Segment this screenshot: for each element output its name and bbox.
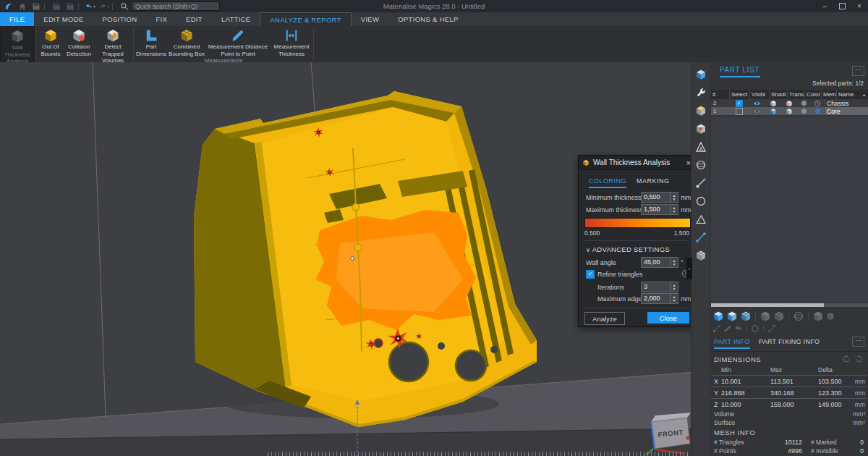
measurement-thickness-button[interactable]: Measurement Thickness <box>271 26 312 57</box>
mesh-info-cube-icon[interactable] <box>695 250 707 261</box>
scrollbar-thumb[interactable] <box>711 303 824 307</box>
minimize-button[interactable]: – <box>816 0 833 12</box>
advanced-settings-header[interactable]: ∨ ADVANCED SETTINGS <box>586 245 670 253</box>
menu-analyze-report[interactable]: ANALYZE & REPORT <box>260 12 351 26</box>
tab-coloring[interactable]: COLORING <box>589 177 626 188</box>
home-icon[interactable] <box>17 1 27 11</box>
menu-fix[interactable]: FIX <box>146 12 176 26</box>
import-icon[interactable] <box>51 1 61 11</box>
select-checkbox-unchecked[interactable] <box>736 108 743 115</box>
refresh-icon[interactable] <box>842 355 851 363</box>
quick-search-input[interactable] <box>132 1 220 11</box>
divider <box>133 28 134 61</box>
disabled-tool-icon[interactable] <box>712 324 721 333</box>
dialog-title-bar[interactable]: Wall Thickness Analysis × <box>579 156 695 170</box>
tab-marking[interactable]: MARKING <box>637 177 670 185</box>
spinner-arrows[interactable]: ▲▼ <box>670 294 678 303</box>
divider <box>711 387 867 387</box>
spinner-arrows[interactable]: ▲▼ <box>670 193 678 202</box>
menu-edit-mode[interactable]: EDIT MODE <box>34 12 93 26</box>
measure-circle-icon[interactable] <box>695 195 707 207</box>
combined-bounding-box-button[interactable]: Combined Bounding Box <box>168 26 205 57</box>
tab-part-fixing-info[interactable]: PART FIXING INFO <box>759 338 820 345</box>
color-dot-icon[interactable] <box>796 107 811 115</box>
transparency-cube-icon[interactable] <box>781 99 796 107</box>
menu-edit[interactable]: EDIT <box>176 12 212 26</box>
export-icon[interactable] <box>65 1 75 11</box>
detect-trapped-volumes-button[interactable]: Detect Trapped Volumes <box>93 26 132 64</box>
max-edge-size-input[interactable]: 2,000▲▼ <box>641 293 678 304</box>
disabled-tool-icon[interactable] <box>734 324 743 333</box>
tab-part-info[interactable]: PART INFO <box>714 338 750 349</box>
sphere-tool-icon[interactable] <box>695 159 707 171</box>
shading-cube-icon[interactable] <box>765 99 781 107</box>
visible-eye-icon[interactable] <box>748 107 765 115</box>
menu-options-help[interactable]: OPTIONS & HELP <box>388 12 467 26</box>
annotation-triangle-icon[interactable] <box>695 141 707 153</box>
scene-cube-icon[interactable] <box>695 105 707 117</box>
marked-value: 0 <box>835 439 864 446</box>
max-thickness-input[interactable]: 1,500▲▼ <box>641 204 678 215</box>
panel-collapse-handle[interactable]: ‹ <box>686 258 692 279</box>
save-icon[interactable] <box>31 1 41 11</box>
part-info-menu-button[interactable]: ⋯ <box>852 337 864 347</box>
part-tool-disabled-icon[interactable] <box>826 312 835 321</box>
horizontal-scrollbar[interactable] <box>711 303 868 307</box>
part-list-header-row[interactable]: # Select Visibl Shadi Trans Color Mem Na… <box>711 90 868 99</box>
analyze-button[interactable]: Analyze <box>584 312 625 325</box>
select-checkbox-checked[interactable]: ✓ <box>736 100 743 107</box>
collision-detection-button[interactable]: Collision Detection <box>64 26 93 64</box>
disabled-tool-icon[interactable] <box>751 324 760 333</box>
part-tool-copy-icon[interactable] <box>726 311 738 322</box>
measure-distance-icon[interactable] <box>695 232 707 243</box>
visible-eye-icon[interactable] <box>748 99 765 107</box>
spinner-arrows[interactable]: ▲▼ <box>670 258 678 267</box>
part-row-chassis[interactable]: 2 ✓ Chassis <box>711 99 868 107</box>
measure-point-icon[interactable] <box>695 177 707 189</box>
marked-cube-icon[interactable] <box>695 123 707 135</box>
refine-triangles-checkbox[interactable]: ✓ <box>586 270 595 279</box>
model-core-part[interactable] <box>194 91 537 427</box>
out-of-bounds-button[interactable]: Out Of Bounds <box>37 26 64 64</box>
part-tool-disabled-icon[interactable] <box>760 311 771 322</box>
title-bar: ▾ ▾ Materialise Magics 28.0 - Untitled –… <box>0 0 868 12</box>
points-label: # Points <box>714 447 736 455</box>
shading-cube-icon[interactable] <box>765 107 781 115</box>
menu-position[interactable]: POSITION <box>93 12 147 26</box>
part-tool-disabled-icon[interactable] <box>793 311 804 322</box>
fix-wizard-wrench-icon[interactable] <box>695 87 707 98</box>
memory-dot-icon <box>811 107 824 115</box>
right-panel: PART LIST ⋯ Selected parts: 1/2 # Select… <box>710 62 868 456</box>
iterations-input[interactable]: 3▲▼ <box>641 282 678 292</box>
spinner-arrows[interactable]: ▲▼ <box>670 205 678 214</box>
color-dot-icon[interactable] <box>796 99 811 107</box>
x-unit: mm <box>855 378 865 385</box>
disabled-tool-icon[interactable] <box>723 324 732 333</box>
part-dimensions-button[interactable]: Part Dimensions <box>135 26 168 57</box>
measure-angle-icon[interactable] <box>695 214 707 225</box>
parts-pages-icon[interactable] <box>695 69 707 80</box>
menu-file[interactable]: FILE <box>0 12 34 26</box>
y-max: 340.168 <box>770 389 794 397</box>
part-tool-disabled-icon[interactable] <box>812 311 824 322</box>
close-button[interactable]: × <box>851 0 868 12</box>
undo-icon[interactable]: ▾ <box>85 1 95 11</box>
part-tool-cube-icon[interactable] <box>712 311 724 322</box>
refresh-all-icon[interactable] <box>855 355 864 363</box>
wall-angle-input[interactable]: 45,00▲▼ <box>641 257 678 268</box>
part-tool-disabled-icon[interactable] <box>773 311 785 322</box>
measurement-distance-button[interactable]: Measurement Distance Point to Point <box>205 26 271 57</box>
menu-lattice[interactable]: LATTICE <box>212 12 260 26</box>
spinner-arrows[interactable]: ▲▼ <box>670 282 678 292</box>
part-row-core-selected[interactable]: 1 Core <box>711 107 868 115</box>
close-dialog-button[interactable]: Close <box>647 312 689 324</box>
transparency-cube-icon[interactable] <box>781 107 796 115</box>
disabled-tool-icon[interactable] <box>767 324 776 333</box>
redo-icon[interactable]: ▾ <box>99 1 109 11</box>
part-tool-merge-icon[interactable] <box>740 311 752 322</box>
maximize-button[interactable] <box>833 0 851 12</box>
min-thickness-input[interactable]: 0,500▲▼ <box>641 192 678 203</box>
wall-thickness-analysis-button[interactable]: Wall Thickness Analysis <box>0 26 35 62</box>
part-list-menu-button[interactable]: ⋯ <box>852 66 864 76</box>
menu-view[interactable]: VIEW <box>352 12 388 26</box>
